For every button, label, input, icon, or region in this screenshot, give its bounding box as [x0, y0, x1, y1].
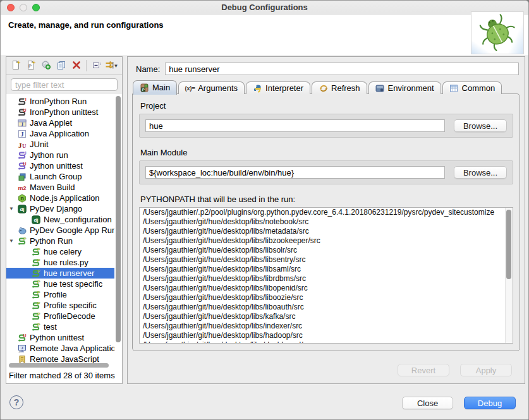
tree-item-label: hue rules.py	[44, 258, 88, 267]
tab-common[interactable]: Common	[442, 81, 502, 94]
tree-item-jython-run[interactable]: JJython run	[6, 150, 114, 160]
pythonpath-entry[interactable]: /Users/jgauthier/git/hue/desktop/libs/li…	[140, 246, 513, 255]
tree-item-java-application[interactable]: JJava Application	[6, 128, 114, 139]
ironpython-run-icon: I	[17, 97, 27, 106]
pythonpath-entry[interactable]: /Users/jgauthier/git/hue/desktop/libs/no…	[140, 217, 513, 227]
tree-item-ironpython-run[interactable]: IIronPython Run	[6, 96, 114, 107]
tree-item-label: hue test specific	[44, 279, 102, 289]
tree-item-label: PyDev Django	[30, 204, 82, 213]
pythonpath-scrollbar[interactable]	[505, 208, 513, 343]
name-input[interactable]	[165, 63, 519, 75]
tree-item-maven-build[interactable]: m2Maven Build	[6, 182, 114, 193]
minimize-window-icon[interactable]	[20, 4, 27, 11]
configurations-tree-container: IIronPython RunUIronPython unittestJJava…	[6, 94, 122, 383]
delete-icon	[71, 60, 82, 72]
tree-item-java-applet[interactable]: JJava Applet	[6, 117, 114, 128]
tab-refresh[interactable]: Refresh	[312, 81, 367, 94]
help-button[interactable]: ?	[9, 395, 23, 409]
tab-label: Interpreter	[265, 83, 303, 93]
pythonpath-entry[interactable]: /Users/jgauthier/git/hue/desktop/libs/li…	[140, 284, 513, 293]
tree-item-hue-rules-py[interactable]: Phue rules.py	[6, 257, 114, 268]
tab-label: Main	[152, 83, 170, 92]
zoom-window-icon[interactable]	[32, 4, 40, 11]
main-module-input[interactable]	[145, 166, 445, 179]
new-prototype-button[interactable]: P+	[24, 59, 37, 73]
tree-item-python-run[interactable]: ▼PPython Run	[6, 236, 114, 246]
svg-text:P: P	[28, 63, 31, 68]
delete-configuration-button[interactable]	[70, 59, 83, 73]
tree-item-profile-specific[interactable]: PProfile specific	[6, 300, 114, 311]
svg-text:U: U	[23, 333, 26, 338]
pythonpath-entry[interactable]: /Users/jgauthier/git/hue/desktop/libs/li…	[140, 303, 513, 312]
tree-item-new-configuration[interactable]: djNew_configuration	[6, 214, 114, 225]
tree-item-hue-celery[interactable]: Phue celery	[6, 246, 114, 257]
expand-arrow-icon[interactable]: ▼	[9, 238, 14, 244]
collapse-all-button[interactable]	[90, 59, 103, 73]
tree-item-hue-runserver[interactable]: Phue runserver	[6, 268, 114, 279]
footer-buttons: Close Debug	[402, 397, 516, 409]
tree-item-junit[interactable]: JUJUnit	[6, 139, 114, 150]
debug-button[interactable]: Debug	[464, 397, 516, 409]
filter-input[interactable]	[11, 78, 118, 91]
tree-item-launch-group[interactable]: Launch Group	[6, 171, 114, 182]
tree-item-ironpython-unittest[interactable]: UIronPython unittest	[6, 107, 114, 117]
revert-button[interactable]: Revert	[398, 364, 449, 376]
pythonpath-entry[interactable]: /Users/jgauthier/git/hue/desktop/libs/in…	[140, 321, 513, 331]
tree-horizontal-scrollbar-thumb[interactable]	[9, 363, 109, 368]
python-run-icon: P	[31, 248, 40, 256]
tree-item-test[interactable]: Ptest	[6, 321, 114, 332]
main-tab-icon: P	[140, 83, 149, 92]
pythonpath-entry[interactable]: /Users/jgauthier/git/hue/desktop/libs/me…	[140, 227, 513, 236]
pythonpath-scrollbar-thumb[interactable]	[506, 210, 511, 279]
tab-interpreter[interactable]: Interpreter	[246, 81, 310, 94]
tab-main[interactable]: PMain	[133, 80, 177, 95]
pythonpath-entry[interactable]: /Users/jgauthier/git/hue/desktop/libs/li…	[140, 255, 513, 265]
expand-arrow-icon[interactable]: ▼	[9, 206, 14, 212]
tree-item-node-js-application[interactable]: nNode.js Application	[6, 193, 114, 203]
project-browse-button[interactable]: Browse...	[454, 119, 507, 132]
pythonpath-entry[interactable]: /Users/jgauthier/git/hue/desktop/libs/li…	[140, 236, 513, 246]
tree-item-jython-unittest[interactable]: UJython unittest	[6, 160, 114, 171]
tree-item-pydev-django[interactable]: ▼djPyDev Django	[6, 203, 114, 214]
apply-button[interactable]: Apply	[460, 364, 512, 376]
tree-item-label: Node.js Application	[30, 193, 100, 203]
tree-item-label: Jython run	[30, 150, 68, 160]
pythonpath-label: PYTHONPATH that will be used in the run:	[140, 195, 513, 204]
tree-item-remote-java-application[interactable]: JRemote Java Application	[6, 343, 114, 354]
tree-horizontal-scrollbar[interactable]	[6, 363, 122, 368]
export-configurations-button[interactable]	[39, 59, 52, 73]
pythonpath-entry[interactable]: /Users/jgauthier/git/hue/desktop/libs/ka…	[140, 312, 513, 321]
pythonpath-entry[interactable]: /Users/jgauthier/git/hue/desktop/libs/li…	[140, 274, 513, 284]
name-label: Name:	[136, 64, 160, 74]
close-button[interactable]: Close	[402, 397, 453, 409]
svg-text:P: P	[142, 88, 145, 92]
tree-item-pydev-google-app-run[interactable]: PyDev Google App Run	[6, 225, 114, 236]
svg-text:P: P	[37, 312, 40, 316]
tree-item-python-unittest[interactable]: UPython unittest	[6, 332, 114, 343]
project-input[interactable]	[145, 119, 445, 132]
close-window-icon[interactable]	[7, 4, 15, 11]
java-application-icon: J	[17, 129, 27, 138]
tree-item-profile[interactable]: PProfile	[6, 289, 114, 300]
dropdown-caret-icon: ▼	[114, 63, 119, 69]
tree-item-label: Maven Build	[30, 183, 75, 192]
tree-vertical-scrollbar[interactable]	[114, 94, 122, 363]
tree-item-profiledecode[interactable]: PProfileDecode	[6, 311, 114, 321]
pythonpath-entry[interactable]: /Users/jgauthier/git/hue/desktop/libs/li…	[140, 265, 513, 274]
duplicate-configuration-button[interactable]	[54, 59, 68, 73]
tree-item-remote-javascript[interactable]: Remote JavaScript	[6, 354, 114, 363]
filter-configurations-button[interactable]: ▼	[105, 59, 118, 73]
tab-arguments[interactable]: (x)=Arguments	[178, 81, 245, 94]
svg-text:U: U	[22, 142, 27, 148]
titlebar[interactable]: Debug Configurations	[1, 1, 528, 15]
pythonpath-entry[interactable]: /Users/jgauthier/.p2/pool/plugins/org.py…	[140, 208, 513, 217]
pythonpath-entry[interactable]: /Users/jgauthier/git/hue/desktop/libs/li…	[140, 293, 513, 303]
pythonpath-entry[interactable]: /Users/jgauthier/git/hue/desktop/libs/ha…	[140, 331, 513, 340]
pythonpath-entry[interactable]: /Users/jgauthier/git/hue/desktop/libs/da…	[140, 340, 513, 344]
tree-item-hue-test-specific[interactable]: Phue test specific	[6, 279, 114, 289]
svg-text:P: P	[37, 301, 40, 306]
new-configuration-button[interactable]: +	[9, 59, 22, 73]
tree-vertical-scrollbar-thumb[interactable]	[116, 96, 121, 342]
tab-environment[interactable]: Environment	[368, 81, 441, 94]
main-module-browse-button[interactable]: Browse...	[454, 166, 507, 179]
